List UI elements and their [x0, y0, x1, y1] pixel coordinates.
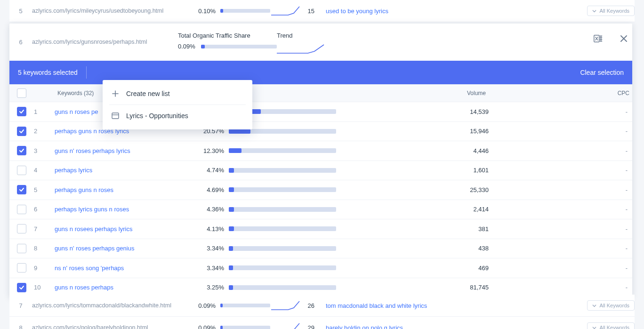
row-index: 5	[34, 186, 55, 193]
row-url: azlyrics.com/lyrics/tommacdonald/blackan…	[32, 302, 192, 309]
row-index: 8	[9, 324, 32, 329]
panel-row-url: azlyrics.com/lyrics/gunsnroses/perhaps.h…	[32, 32, 178, 45]
kw-count: 26	[303, 302, 326, 309]
trend-spark	[270, 5, 303, 17]
row-checkbox[interactable]	[17, 283, 26, 292]
table-row: 9ns n' roses song 'perhaps3.34%469-	[9, 258, 632, 278]
table-row: 5perhaps guns n roses4.69%25,330-	[9, 180, 632, 200]
table-row: 7guns n rosees perhaps lyrics4.13%381-	[9, 219, 632, 239]
cpc-value: -	[489, 128, 632, 135]
keyword-link[interactable]: guns n rosees perhaps lyrics	[55, 225, 196, 233]
top-keyword-link[interactable]: used to be young lyrics	[326, 8, 514, 15]
top-keyword-link[interactable]: tom macdonald black and white lyrics	[326, 302, 514, 309]
share-pct: 3.34%	[196, 245, 229, 252]
row-checkbox[interactable]	[17, 205, 26, 214]
row-checkbox[interactable]	[17, 127, 26, 136]
kw-count: 15	[303, 8, 326, 15]
table-row: 3guns n' roses perhaps lyrics12.30%4,446…	[9, 141, 632, 161]
row-checkbox[interactable]	[17, 224, 26, 233]
row-checkbox[interactable]	[17, 107, 26, 116]
plus-icon	[111, 89, 120, 98]
row-checkbox[interactable]	[17, 263, 26, 273]
all-keywords-button[interactable]: All Keywords	[587, 6, 635, 16]
outer-row[interactable]: 8azlyrics.com/lyrics/polog/barelyholdino…	[9, 317, 635, 329]
outer-table-bottom: 7azlyrics.com/lyrics/tommacdonald/blacka…	[9, 295, 635, 329]
row-checkbox[interactable]	[17, 166, 26, 175]
outer-row[interactable]: 7azlyrics.com/lyrics/tommacdonald/blacka…	[9, 295, 635, 317]
volume-value: 1,601	[346, 167, 489, 174]
existing-list-label: Lyrics - Opportunities	[126, 112, 188, 120]
share-bar-cell	[229, 148, 346, 153]
trend-label: Trend	[277, 32, 540, 39]
row-index: 1	[34, 108, 55, 115]
existing-list-item[interactable]: Lyrics - Opportunities	[103, 106, 252, 126]
col-volume[interactable]: Volume	[346, 90, 489, 96]
share-bar-cell	[229, 226, 346, 231]
traffic-share-bar	[220, 326, 270, 329]
keyword-link[interactable]: perhaps guns n roses	[55, 186, 196, 193]
row-index: 8	[34, 245, 55, 252]
export-excel-button[interactable]	[592, 32, 605, 45]
volume-value: 381	[346, 225, 489, 233]
volume-value: 15,946	[346, 128, 489, 135]
chevron-down-icon	[592, 304, 596, 308]
keyword-link[interactable]: perhaps lyrics guns n roses	[55, 206, 196, 213]
share-pct: 4.36%	[196, 206, 229, 213]
traffic-share-metric: Total Organic Traffic Share 0.09%	[178, 32, 277, 50]
cpc-value: -	[489, 225, 632, 233]
top-keyword-link[interactable]: barely holdin on polo g lyrics	[326, 324, 514, 329]
svg-rect-1	[112, 113, 119, 119]
traffic-share-pct: 0.09%	[192, 324, 220, 329]
trend-spark	[270, 299, 303, 312]
row-index: 3	[34, 147, 55, 154]
keyword-link[interactable]: perhaps lyrics	[55, 167, 196, 174]
outer-table-top: 5 azlyrics.com/lyrics/mileycyrus/usedtob…	[9, 0, 635, 22]
share-bar-cell	[229, 246, 346, 251]
create-new-list-label: Create new list	[126, 90, 170, 97]
trend-metric: Trend	[277, 32, 540, 54]
selected-count-text: 5 keywords selected	[18, 69, 78, 76]
all-keywords-button[interactable]: All Keywords	[587, 322, 635, 329]
all-keywords-button[interactable]: All Keywords	[587, 300, 635, 311]
traffic-share-label: Total Organic Traffic Share	[178, 32, 277, 39]
share-bar-cell	[229, 187, 346, 192]
share-pct: 3.34%	[196, 265, 229, 272]
share-bar-cell	[229, 168, 346, 173]
panel-row-index: 6	[9, 32, 32, 46]
excel-icon	[593, 33, 604, 44]
share-bar-cell	[229, 285, 346, 290]
row-checkbox[interactable]	[17, 146, 26, 155]
share-pct: 4.69%	[196, 186, 229, 193]
volume-value: 14,539	[346, 108, 489, 115]
row-index: 4	[34, 167, 55, 174]
divider	[86, 66, 87, 79]
volume-value: 81,745	[346, 284, 489, 291]
keyword-link[interactable]: ns n' roses song 'perhaps	[55, 265, 196, 272]
keyword-link[interactable]: guns n' roses perhaps genius	[55, 245, 196, 252]
volume-value: 469	[346, 265, 489, 272]
keyword-link[interactable]: guns n roses perhaps	[55, 284, 196, 291]
clear-selection-button[interactable]: Clear selection	[580, 69, 624, 76]
share-bar-cell	[229, 265, 346, 270]
chevron-down-icon	[592, 9, 596, 13]
table-row: 4perhaps lyrics4.74%1,601-	[9, 161, 632, 181]
outer-row[interactable]: 5 azlyrics.com/lyrics/mileycyrus/usedtob…	[9, 0, 635, 22]
select-all-checkbox[interactable]	[17, 88, 26, 98]
list-icon	[111, 112, 120, 120]
close-panel-button[interactable]	[617, 32, 630, 45]
share-pct: 3.25%	[196, 284, 229, 291]
table-row: 8guns n' roses perhaps genius3.34%438-	[9, 239, 632, 259]
cpc-value: -	[489, 147, 632, 154]
keyword-link[interactable]: guns n' roses perhaps lyrics	[55, 147, 196, 154]
cpc-value: -	[489, 206, 632, 213]
traffic-share-bar	[220, 304, 270, 307]
row-checkbox[interactable]	[17, 185, 26, 194]
share-pct: 4.13%	[196, 225, 229, 233]
volume-value: 4,446	[346, 147, 489, 154]
row-checkbox[interactable]	[17, 244, 26, 253]
traffic-share-value: 0.09%	[178, 43, 195, 50]
col-cpc[interactable]: CPC	[489, 90, 632, 96]
volume-value: 25,330	[346, 186, 489, 193]
kw-count: 29	[303, 324, 326, 329]
create-new-list-item[interactable]: Create new list	[103, 84, 252, 104]
